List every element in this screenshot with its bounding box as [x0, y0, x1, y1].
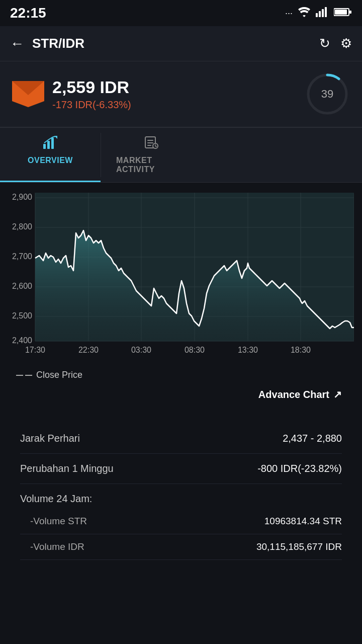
- chart-container: 2,900 2,800 2,700 2,600 2,500 2,400 17:3…: [8, 193, 354, 364]
- stats-section: Jarak Perhari 2,437 - 2,880 Perubahan 1 …: [0, 414, 362, 570]
- top-bar: ← STR/IDR ↻ ⚙: [0, 26, 362, 61]
- advance-chart-icon: ↗: [333, 388, 342, 400]
- back-button[interactable]: ←: [10, 36, 24, 52]
- more-icon: ···: [285, 8, 293, 19]
- tabs: OVERVIEW MARKET ACTIVITY: [0, 128, 362, 183]
- legend-line: Close Price: [16, 370, 82, 380]
- stat-label-perubahan: Perubahan 1 Minggu: [20, 463, 114, 474]
- sub-stat-label-idr: -Volume IDR: [30, 541, 84, 552]
- price-chart: 2,900 2,800 2,700 2,600 2,500 2,400 17:3…: [8, 193, 354, 364]
- page-title: STR/IDR: [32, 36, 84, 51]
- svg-text:2,500: 2,500: [12, 311, 32, 320]
- status-icons: ···: [285, 7, 352, 20]
- stat-row-jarak: Jarak Perhari 2,437 - 2,880: [20, 424, 342, 454]
- svg-rect-17: [147, 140, 153, 141]
- chart-section: 2,900 2,800 2,700 2,600 2,500 2,400 17:3…: [0, 183, 362, 414]
- advance-chart-button[interactable]: Advance Chart ↗: [258, 388, 342, 400]
- chart-legend: Close Price: [8, 366, 354, 384]
- svg-text:2,400: 2,400: [12, 336, 32, 345]
- legend-label: Close Price: [36, 370, 82, 380]
- stat-row-perubahan: Perubahan 1 Minggu -800 IDR(-23.82%): [20, 454, 342, 484]
- sub-stat-label-str: -Volume STR: [30, 516, 87, 527]
- settings-button[interactable]: ⚙: [340, 36, 352, 51]
- volume-section-label: Volume 24 Jam:: [20, 484, 342, 509]
- sub-stat-value-idr: 30,115,185,677 IDR: [256, 541, 342, 552]
- stat-label-jarak: Jarak Perhari: [20, 433, 80, 444]
- refresh-button[interactable]: ↻: [319, 36, 330, 51]
- svg-rect-2: [322, 9, 324, 17]
- svg-text:22:30: 22:30: [78, 346, 99, 354]
- stat-value-jarak: 2,437 - 2,880: [283, 433, 342, 444]
- svg-rect-3: [325, 7, 327, 17]
- wifi-icon: [298, 7, 311, 20]
- svg-text:08:30: 08:30: [185, 346, 205, 354]
- sub-stat-row-str: -Volume STR 10963814.34 STR: [20, 509, 342, 534]
- tab-market-activity-label: MARKET ACTIVITY: [116, 156, 187, 174]
- status-time: 22:15: [10, 5, 46, 21]
- svg-text:2,800: 2,800: [12, 222, 32, 231]
- status-bar: 22:15 ···: [0, 0, 362, 26]
- top-bar-right: ↻ ⚙: [319, 36, 352, 51]
- gauge-circle: 39: [305, 71, 350, 117]
- svg-text:2,700: 2,700: [12, 252, 32, 261]
- svg-rect-0: [316, 13, 318, 17]
- svg-text:17:30: 17:30: [25, 346, 45, 354]
- stat-value-perubahan: -800 IDR(-23.82%): [257, 463, 342, 474]
- price-header: 2,559 IDR -173 IDR(-6.33%) 39: [0, 61, 362, 128]
- advance-chart-row: Advance Chart ↗: [8, 384, 354, 409]
- dash1: [16, 375, 23, 376]
- svg-rect-12: [43, 144, 46, 149]
- legend-dash: [16, 375, 32, 376]
- svg-rect-19: [147, 145, 151, 146]
- price-value: 2,559 IDR: [52, 77, 131, 97]
- battery-icon: [334, 7, 352, 20]
- tab-overview[interactable]: OVERVIEW: [0, 128, 101, 182]
- svg-text:39: 39: [321, 88, 333, 100]
- svg-marker-15: [54, 136, 57, 139]
- svg-rect-14: [51, 138, 54, 149]
- price-info: 2,559 IDR -173 IDR(-6.33%): [52, 77, 131, 111]
- svg-text:2,900: 2,900: [12, 193, 32, 201]
- tab-overview-label: OVERVIEW: [28, 156, 73, 165]
- top-bar-left: ← STR/IDR: [10, 36, 84, 52]
- svg-rect-5: [335, 10, 347, 15]
- svg-text:18:30: 18:30: [291, 346, 311, 354]
- svg-text:2,600: 2,600: [12, 282, 32, 290]
- svg-text:13:30: 13:30: [238, 346, 258, 354]
- signal-icon: [316, 7, 329, 20]
- dash2: [25, 375, 32, 376]
- svg-rect-1: [319, 11, 321, 17]
- chart-icon: [43, 136, 57, 152]
- sub-stat-value-str: 10963814.34 STR: [264, 516, 342, 527]
- tab-underline: [0, 181, 101, 182]
- svg-rect-18: [147, 142, 153, 143]
- svg-rect-6: [349, 11, 351, 14]
- price-change: -173 IDR(-6.33%): [52, 99, 131, 111]
- svg-text:03:30: 03:30: [131, 346, 151, 354]
- price-left: 2,559 IDR -173 IDR(-6.33%): [12, 77, 131, 111]
- advance-chart-label: Advance Chart: [258, 389, 329, 400]
- tab-market-activity[interactable]: MARKET ACTIVITY: [101, 128, 202, 182]
- sub-stat-row-idr: -Volume IDR 30,115,185,677 IDR: [20, 534, 342, 560]
- svg-rect-13: [47, 141, 50, 149]
- brand-logo: [12, 81, 44, 107]
- market-activity-icon: [144, 136, 158, 152]
